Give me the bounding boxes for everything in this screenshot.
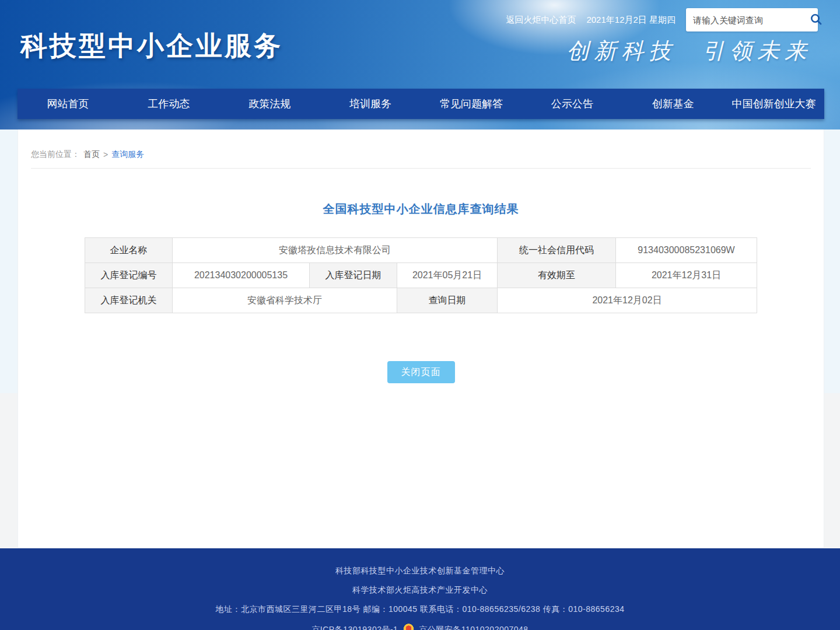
footer: 科技部科技型中小企业技术创新基金管理中心 科学技术部火炬高技术产业开发中心 地址… — [0, 548, 840, 630]
value-registration-number: 202134030200005135 — [172, 263, 309, 288]
footer-icp-line: 京ICP备13019302号-1 京公网安备11010202007048 — [0, 624, 840, 630]
nav-item-competition[interactable]: 中国创新创业大赛 — [723, 89, 824, 119]
label-registration-authority: 入库登记机关 — [85, 288, 172, 313]
slogan-text: 创新科技 引领未来 — [567, 36, 813, 66]
nav-item-innovation-fund[interactable]: 创新基金 — [622, 89, 723, 119]
breadcrumb-prefix: 您当前位置： — [31, 149, 80, 160]
breadcrumb: 您当前位置： 首页 > 查询服务 — [18, 130, 824, 160]
icp-license-link[interactable]: 京ICP备13019302号-1 — [312, 625, 398, 630]
value-registration-authority: 安徽省科学技术厅 — [172, 288, 397, 313]
breadcrumb-current-link[interactable]: 查询服务 — [111, 149, 144, 160]
current-date: 2021年12月2日 星期四 — [586, 15, 676, 26]
header-banner: 科技型中小企业服务 返回火炬中心首页 2021年12月2日 星期四 创新科技 引… — [0, 0, 840, 130]
footer-org-line-2: 科学技术部火炬高技术产业开发中心 — [0, 585, 840, 596]
search-input[interactable] — [693, 15, 809, 25]
breadcrumb-divider — [31, 168, 811, 169]
footer-org-line-1: 科技部科技型中小企业技术创新基金管理中心 — [0, 566, 840, 576]
page-body: 您当前位置： 首页 > 查询服务 全国科技型中小企业信息库查询结果 企业名称 安… — [0, 130, 840, 548]
nav-item-policies[interactable]: 政策法规 — [219, 89, 320, 119]
page-title: 全国科技型中小企业信息库查询结果 — [18, 201, 824, 217]
value-registration-date: 2021年05月21日 — [397, 263, 497, 288]
nav-item-announcements[interactable]: 公示公告 — [522, 89, 622, 119]
label-query-date: 查询日期 — [397, 288, 497, 313]
site-title: 科技型中小企业服务 — [20, 28, 283, 64]
nav-item-work-news[interactable]: 工作动态 — [118, 89, 219, 119]
page: 科技型中小企业服务 返回火炬中心首页 2021年12月2日 星期四 创新科技 引… — [0, 0, 840, 630]
content-card: 您当前位置： 首页 > 查询服务 全国科技型中小企业信息库查询结果 企业名称 安… — [18, 130, 824, 548]
label-registration-date: 入库登记日期 — [309, 263, 397, 288]
nav-item-home[interactable]: 网站首页 — [18, 89, 118, 119]
return-home-link[interactable]: 返回火炬中心首页 — [506, 15, 576, 26]
table-row: 入库登记编号 202134030200005135 入库登记日期 2021年05… — [85, 263, 757, 288]
label-registration-number: 入库登记编号 — [85, 263, 172, 288]
value-credit-code: 91340300085231069W — [616, 238, 757, 263]
main-nav: 网站首页 工作动态 政策法规 培训服务 常见问题解答 公示公告 创新基金 中国创… — [18, 89, 824, 119]
value-query-date: 2021年12月02日 — [498, 288, 757, 313]
table-row: 入库登记机关 安徽省科学技术厅 查询日期 2021年12月02日 — [85, 288, 757, 313]
value-valid-until: 2021年12月31日 — [616, 263, 757, 288]
label-valid-until: 有效期至 — [498, 263, 616, 288]
police-badge-icon — [403, 624, 414, 630]
label-credit-code: 统一社会信用代码 — [498, 238, 616, 263]
result-table: 企业名称 安徽塔孜信息技术有限公司 统一社会信用代码 9134030008523… — [85, 237, 757, 313]
table-row: 企业名称 安徽塔孜信息技术有限公司 统一社会信用代码 9134030008523… — [85, 238, 757, 263]
footer-contact-line: 地址：北京市西城区三里河二区甲18号 邮编：100045 联系电话：010-88… — [0, 604, 840, 615]
label-company-name: 企业名称 — [85, 238, 172, 263]
header-top-bar: 返回火炬中心首页 2021年12月2日 星期四 — [506, 8, 818, 32]
search-box — [686, 8, 818, 32]
nav-item-faq[interactable]: 常见问题解答 — [421, 89, 522, 119]
search-icon — [809, 12, 823, 28]
nav-item-training[interactable]: 培训服务 — [320, 89, 421, 119]
breadcrumb-separator: > — [103, 150, 108, 159]
search-button[interactable] — [809, 12, 823, 28]
value-company-name: 安徽塔孜信息技术有限公司 — [172, 238, 497, 263]
security-record-link[interactable]: 京公网安备11010202007048 — [419, 625, 528, 630]
close-page-button[interactable]: 关闭页面 — [387, 361, 455, 383]
breadcrumb-home-link[interactable]: 首页 — [83, 149, 100, 160]
